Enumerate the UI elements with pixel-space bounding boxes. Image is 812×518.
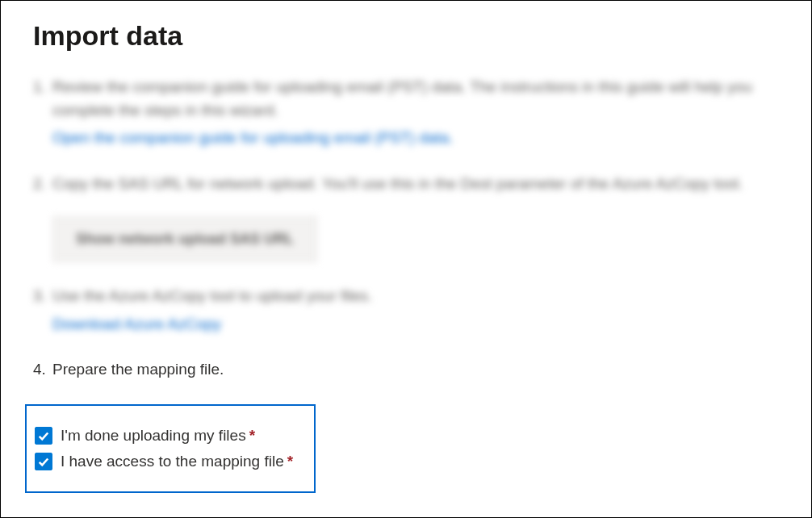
have-access-label: I have access to the mapping file xyxy=(61,453,284,470)
step-2: Copy the SAS URL for network upload. You… xyxy=(33,173,779,263)
step-3: Use the Azure AzCopy tool to upload your… xyxy=(33,285,779,336)
steps-list: Review the companion guide for uploading… xyxy=(33,76,779,382)
step-4-text: Prepare the mapping file. xyxy=(52,361,224,378)
page-title: Import data xyxy=(33,20,779,52)
show-sas-url-button[interactable]: Show network upload SAS URL xyxy=(52,216,317,262)
step-4: Prepare the mapping file. xyxy=(33,358,779,382)
have-access-checkbox[interactable] xyxy=(35,453,52,470)
step-1-text: Review the companion guide for uploading… xyxy=(52,78,752,119)
companion-guide-link[interactable]: Open the companion guide for uploading e… xyxy=(52,127,453,150)
checkbox-highlight-box: I'm done uploading my files * I have acc… xyxy=(25,404,316,493)
done-uploading-row: I'm done uploading my files * xyxy=(35,427,306,445)
check-icon xyxy=(38,456,49,467)
check-icon xyxy=(38,430,49,441)
required-asterisk: * xyxy=(249,427,255,445)
download-azcopy-link[interactable]: Download Azure AzCopy xyxy=(52,313,221,336)
step-2-text: Copy the SAS URL for network upload. You… xyxy=(52,175,743,192)
have-access-row: I have access to the mapping file * xyxy=(35,453,306,470)
required-asterisk: * xyxy=(287,453,293,470)
done-uploading-label: I'm done uploading my files xyxy=(61,427,246,445)
done-uploading-checkbox[interactable] xyxy=(35,427,52,445)
step-1: Review the companion guide for uploading… xyxy=(33,76,779,150)
step-3-text: Use the Azure AzCopy tool to upload your… xyxy=(52,287,372,304)
